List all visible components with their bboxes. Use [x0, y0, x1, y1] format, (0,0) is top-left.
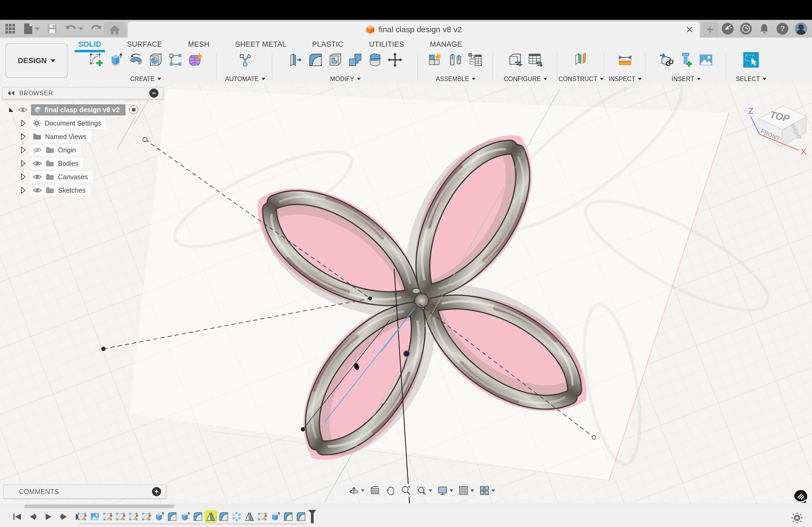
browser-root-item[interactable]: final clasp design v8 v2 — [31, 104, 126, 115]
timeline-item-sketch[interactable] — [102, 511, 113, 522]
select-icon[interactable] — [743, 52, 759, 67]
combine-icon[interactable] — [347, 52, 363, 67]
expander-collapsed-icon[interactable] — [20, 120, 26, 127]
timeline-item-extrude[interactable] — [154, 511, 165, 522]
group-inspect-label[interactable]: INSPECT — [608, 75, 642, 83]
browser-row-canvases[interactable]: Canvases — [20, 171, 93, 182]
dropdown-caret-icon[interactable] — [429, 490, 432, 492]
close-tab-icon[interactable] — [685, 25, 694, 34]
timeline-item-fillet[interactable] — [192, 511, 204, 522]
timeline-item-circular-pattern[interactable] — [231, 511, 242, 522]
app-grid-icon[interactable] — [5, 23, 16, 34]
insert-fastener-icon[interactable] — [678, 52, 694, 67]
construct-plane-icon[interactable] — [573, 52, 589, 67]
zoom-button[interactable] — [400, 485, 412, 496]
timeline-item-mirror[interactable] — [244, 511, 255, 522]
timeline-item-sketch[interactable] — [76, 511, 88, 522]
browser-row-document-settings[interactable]: Document Settings — [20, 118, 106, 129]
timeline-scrollbar-thumb[interactable] — [24, 505, 175, 508]
comments-panel[interactable]: COMMENTS + — [3, 485, 166, 499]
step-forward-icon[interactable] — [59, 512, 69, 522]
expander-collapsed-icon[interactable] — [20, 187, 26, 194]
timeline-item-sketch[interactable] — [141, 511, 152, 522]
group-automate-label[interactable]: AUTOMATE — [225, 75, 265, 83]
notifications-bell-icon[interactable] — [758, 23, 770, 35]
expander-collapsed-icon[interactable] — [20, 133, 26, 140]
bom-table-icon[interactable] — [468, 52, 483, 67]
tab-plastic[interactable]: PLASTIC — [312, 39, 344, 50]
browser-row-sketches[interactable]: Sketches — [20, 185, 90, 196]
visibility-eye-icon[interactable] — [33, 160, 42, 167]
help-icon[interactable]: ? — [777, 23, 788, 35]
create-sketch-icon[interactable] — [88, 52, 104, 67]
browser-row-origin[interactable]: Origin — [20, 144, 81, 156]
visibility-off-icon[interactable] — [33, 147, 42, 153]
collapse-panel-icon[interactable] — [7, 90, 15, 96]
file-menu-caret-icon[interactable] — [35, 27, 40, 30]
file-menu-icon[interactable] — [23, 23, 40, 35]
expander-collapsed-icon[interactable] — [20, 147, 26, 153]
timeline-item-extrude[interactable] — [179, 511, 191, 522]
extensions-icon[interactable] — [722, 23, 734, 35]
extrude-icon[interactable] — [108, 52, 124, 67]
add-comment-icon[interactable]: + — [152, 487, 161, 496]
look-at-button[interactable] — [368, 485, 381, 496]
timeline-item-canvas[interactable] — [89, 511, 100, 522]
group-insert-label[interactable]: INSERT — [671, 75, 700, 83]
visibility-eye-icon[interactable] — [33, 187, 42, 194]
tab-sheet-metal[interactable]: SHEET METAL — [235, 39, 287, 50]
browser-options-icon[interactable]: − — [149, 89, 158, 98]
user-avatar[interactable] — [795, 22, 807, 35]
timeline-settings-gear-icon[interactable] — [792, 512, 802, 523]
view-cube[interactable]: TOP FRONT RIGHT Z X — [743, 92, 810, 156]
dropdown-caret-icon[interactable] — [361, 490, 365, 492]
expander-collapsed-icon[interactable] — [20, 160, 26, 167]
grid-settings-button[interactable] — [457, 485, 475, 496]
step-back-icon[interactable] — [28, 512, 38, 522]
split-body-icon[interactable] — [367, 52, 383, 67]
browser-row-bodies[interactable]: Bodies — [20, 158, 83, 169]
expander-expanded-icon[interactable] — [8, 107, 14, 113]
joint-icon[interactable] — [448, 52, 463, 67]
group-modify-label[interactable]: MODIFY — [330, 75, 360, 83]
timeline-item-sketch[interactable] — [128, 511, 139, 522]
feedback-bubble[interactable] — [793, 489, 808, 504]
visibility-eye-icon[interactable] — [18, 107, 27, 113]
viewports-button[interactable] — [478, 485, 496, 496]
dropdown-caret-icon[interactable] — [491, 490, 495, 492]
hole-icon[interactable] — [148, 52, 163, 67]
group-configure-label[interactable]: CONFIGURE — [504, 75, 547, 83]
timeline-item-fillet[interactable] — [218, 511, 229, 522]
expander-collapsed-icon[interactable] — [20, 174, 26, 180]
timeline-item-extrude[interactable] — [270, 511, 281, 522]
dropdown-caret-icon[interactable] — [450, 490, 453, 492]
sketch-point[interactable] — [404, 351, 409, 357]
dropdown-caret-icon[interactable] — [470, 490, 474, 492]
tab-utilities[interactable]: UTILITIES — [369, 39, 405, 50]
viewport-canvas[interactable] — [0, 84, 812, 503]
document-tab[interactable]: final clasp design v8 v2 — [128, 21, 700, 37]
tab-manage[interactable]: MANAGE — [429, 39, 463, 50]
go-to-start-icon[interactable] — [12, 512, 22, 522]
play-icon[interactable] — [44, 512, 53, 522]
group-create-label[interactable]: CREATE — [130, 75, 161, 83]
timeline-item-sketch[interactable] — [115, 511, 126, 522]
configuration-icon[interactable] — [508, 52, 523, 67]
timeline-item-fillet[interactable] — [166, 511, 178, 522]
tab-mesh[interactable]: MESH — [187, 39, 210, 50]
insert-canvas-icon[interactable] — [698, 52, 714, 67]
fillet-icon[interactable] — [308, 52, 323, 67]
undo-caret-icon[interactable] — [78, 27, 83, 30]
timeline-item-mirror[interactable] — [205, 511, 216, 522]
group-construct-label[interactable]: CONSTRUCT — [559, 75, 604, 83]
save-icon[interactable] — [47, 23, 57, 34]
timeline-item-fillet[interactable] — [282, 511, 294, 522]
create-form-icon[interactable] — [188, 52, 203, 67]
visibility-eye-icon[interactable] — [33, 174, 42, 180]
pan-button[interactable] — [384, 485, 397, 496]
timeline-scrollbar[interactable] — [0, 503, 812, 509]
timeline-item-fillet[interactable] — [295, 511, 307, 522]
revolve-icon[interactable] — [128, 52, 144, 67]
orbit-button[interactable] — [347, 485, 366, 496]
move-copy-icon[interactable] — [387, 52, 403, 67]
